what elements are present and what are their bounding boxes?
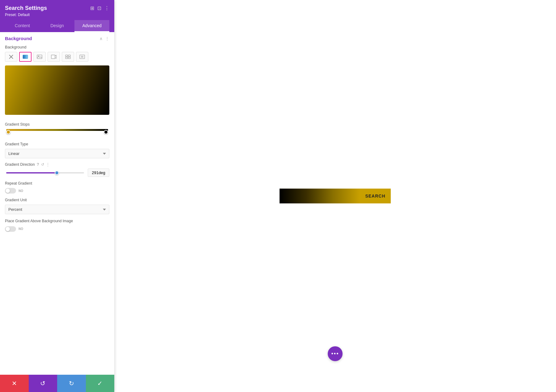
bg-type-video[interactable] bbox=[48, 52, 60, 62]
expand-icon[interactable]: ⊞ bbox=[90, 5, 94, 11]
direction-more-icon[interactable]: ⋮ bbox=[46, 162, 50, 167]
place-gradient-group: Place Gradient Above Background Image NO bbox=[0, 215, 114, 235]
gradient-stop-right[interactable] bbox=[104, 130, 108, 134]
tab-content[interactable]: Content bbox=[5, 20, 40, 32]
direction-slider-thumb[interactable] bbox=[55, 171, 59, 175]
gradient-stops-label: Gradient Stops bbox=[5, 122, 109, 127]
gradient-unit-group: Gradient Unit Percent Pixel bbox=[0, 195, 114, 215]
canvas: SEARCH ••• bbox=[114, 0, 556, 392]
panel-header-icons: ⊞ ⊡ ⋮ bbox=[90, 5, 109, 11]
gradient-stops-track[interactable] bbox=[6, 129, 108, 135]
bg-type-icons bbox=[0, 52, 114, 65]
tab-advanced[interactable]: Advanced bbox=[74, 20, 109, 32]
svg-rect-7 bbox=[68, 55, 70, 56]
panel-preset: Preset: Default bbox=[5, 13, 109, 17]
background-label: Background bbox=[0, 44, 114, 52]
tabs-container: Content Design Advanced bbox=[5, 20, 109, 32]
toggle-knob bbox=[6, 189, 10, 193]
gradient-direction-group: Gradient Direction ? ↺ ⋮ bbox=[0, 160, 114, 178]
reset-direction-icon[interactable]: ↺ bbox=[41, 162, 44, 167]
repeat-gradient-group: Repeat Gradient NO bbox=[0, 178, 114, 195]
gradient-unit-select[interactable]: Percent Pixel bbox=[5, 205, 109, 214]
section-title: Background bbox=[5, 36, 32, 41]
search-input-preview bbox=[280, 189, 360, 203]
tab-design[interactable]: Design bbox=[40, 20, 75, 32]
svg-rect-5 bbox=[51, 55, 55, 59]
repeat-gradient-toggle[interactable] bbox=[5, 188, 16, 194]
gradient-direction-label: Gradient Direction bbox=[5, 162, 35, 167]
dots-icon: ••• bbox=[331, 351, 339, 357]
bg-type-mask[interactable] bbox=[76, 52, 88, 62]
direction-deg-input[interactable] bbox=[88, 169, 109, 177]
gradient-stops-bar bbox=[6, 129, 108, 131]
svg-rect-2 bbox=[23, 55, 28, 59]
gradient-direction-header: Gradient Direction ? ↺ ⋮ bbox=[5, 162, 109, 167]
preset-label: Preset: bbox=[5, 13, 17, 17]
repeat-gradient-label: Repeat Gradient bbox=[5, 181, 109, 186]
panel-title: Search Settings bbox=[5, 5, 47, 11]
preset-value[interactable]: Default bbox=[18, 13, 30, 17]
gradient-stop-left[interactable] bbox=[6, 130, 11, 134]
gradient-type-select[interactable]: Linear Radial Conic bbox=[5, 149, 109, 158]
gradient-preview bbox=[5, 65, 109, 115]
svg-rect-11 bbox=[81, 56, 83, 58]
cancel-button[interactable]: ✕ bbox=[0, 375, 29, 392]
settings-panel: Search Settings ⊞ ⊡ ⋮ Preset: Default Co… bbox=[0, 0, 114, 392]
panel-title-row: Search Settings ⊞ ⊡ ⋮ bbox=[5, 5, 109, 11]
svg-rect-9 bbox=[68, 57, 70, 59]
search-widget-preview: SEARCH bbox=[280, 189, 391, 203]
bg-type-gradient[interactable] bbox=[19, 52, 32, 62]
gradient-direction-control bbox=[5, 169, 109, 177]
gradient-type-group: Gradient Type Linear Radial Conic bbox=[0, 140, 114, 160]
svg-rect-8 bbox=[65, 57, 68, 59]
repeat-gradient-value: NO bbox=[19, 189, 23, 193]
svg-rect-3 bbox=[37, 55, 42, 59]
direction-slider-track[interactable] bbox=[6, 172, 84, 173]
gradient-stops-group: Gradient Stops bbox=[0, 120, 114, 140]
gradient-unit-label: Gradient Unit bbox=[5, 198, 109, 202]
bg-type-none[interactable] bbox=[5, 52, 17, 62]
section-more-icon[interactable]: ⋮ bbox=[105, 36, 109, 41]
layout-icon[interactable]: ⊡ bbox=[97, 5, 101, 11]
direction-slider-fill bbox=[6, 172, 57, 173]
search-button-preview[interactable]: SEARCH bbox=[360, 189, 391, 203]
svg-rect-6 bbox=[65, 55, 68, 56]
undo-button[interactable]: ↺ bbox=[29, 375, 57, 392]
bg-type-pattern[interactable] bbox=[62, 52, 74, 62]
gradient-type-label: Gradient Type bbox=[5, 142, 109, 146]
place-gradient-label: Place Gradient Above Background Image bbox=[5, 219, 109, 224]
more-icon[interactable]: ⋮ bbox=[104, 5, 109, 11]
toggle-knob-2 bbox=[6, 227, 10, 231]
help-icon[interactable]: ? bbox=[37, 162, 39, 167]
bottom-toolbar: ✕ ↺ ↻ ✓ bbox=[0, 375, 114, 392]
place-gradient-toggle[interactable] bbox=[5, 226, 16, 232]
panel-body: Background ∧ ⋮ Background bbox=[0, 32, 114, 392]
section-header-background: Background ∧ ⋮ bbox=[0, 32, 114, 44]
collapse-icon[interactable]: ∧ bbox=[99, 36, 103, 41]
redo-button[interactable]: ↻ bbox=[57, 375, 86, 392]
bg-type-image[interactable] bbox=[33, 52, 46, 62]
panel-header: Search Settings ⊞ ⊡ ⋮ Preset: Default Co… bbox=[0, 0, 114, 32]
float-dots-button[interactable]: ••• bbox=[328, 346, 343, 361]
place-gradient-value: NO bbox=[19, 227, 23, 231]
section-header-icons: ∧ ⋮ bbox=[99, 36, 109, 41]
save-button[interactable]: ✓ bbox=[86, 375, 115, 392]
